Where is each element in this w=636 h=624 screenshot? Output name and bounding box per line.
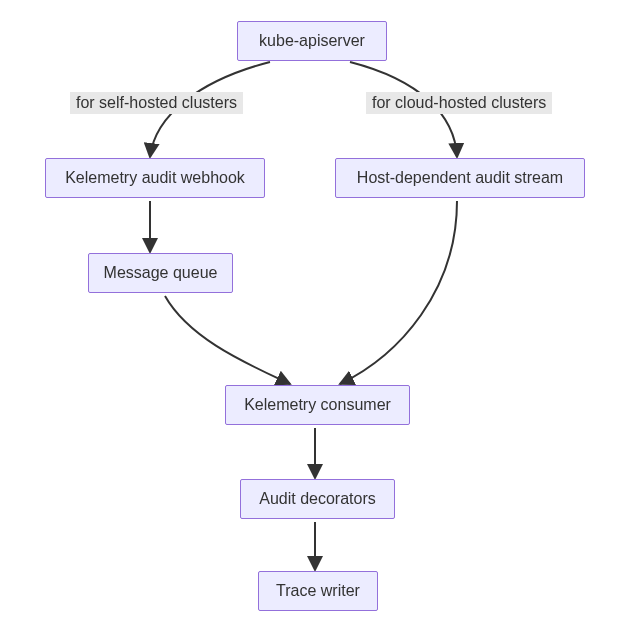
edge-mq-consumer: [165, 296, 290, 384]
edge-label-cloud-hosted: for cloud-hosted clusters: [366, 92, 552, 114]
edge-hoststream-consumer: [340, 201, 457, 384]
node-consumer: Kelemetry consumer: [225, 385, 410, 425]
node-decorators: Audit decorators: [240, 479, 395, 519]
node-writer: Trace writer: [258, 571, 378, 611]
node-hoststream: Host-dependent audit stream: [335, 158, 585, 198]
edge-label-self-hosted: for self-hosted clusters: [70, 92, 243, 114]
node-apiserver: kube-apiserver: [237, 21, 387, 61]
node-webhook: Kelemetry audit webhook: [45, 158, 265, 198]
node-mq: Message queue: [88, 253, 233, 293]
